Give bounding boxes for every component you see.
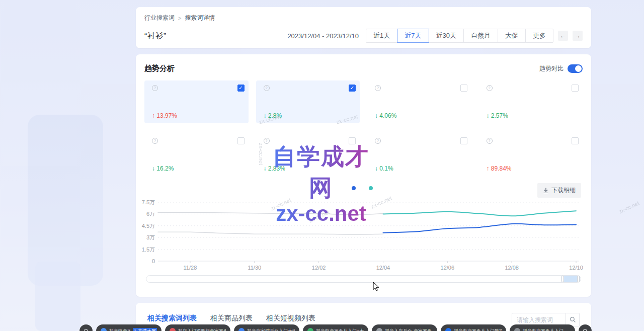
breadcrumb-separator-icon: > (178, 15, 181, 21)
series-关联商品指数(上周期) (158, 212, 383, 215)
range-button-0[interactable]: 近1天 (366, 29, 397, 43)
legend-dot (352, 186, 356, 190)
breadcrumb-parent[interactable]: 行业搜索词 (144, 14, 175, 22)
metric-card-5[interactable]: ?↓ 2.83% (256, 133, 360, 176)
taskbar-tab-2[interactable]: 抖店入门跟最新商家罗盘后台 (165, 324, 230, 331)
metric-card-4[interactable]: ?↓ 16.2% (144, 133, 249, 176)
tab-favicon (445, 328, 451, 331)
trend-compare-label: 趋势对比 (539, 64, 564, 73)
metric-card-1[interactable]: ?✓↓ 2.8% (256, 80, 360, 123)
download-label: 下载明细 (551, 186, 576, 195)
download-button[interactable]: 下载明细 (537, 183, 581, 198)
tab-title: 抖音电商罗盘从入门 (523, 328, 564, 331)
page-title-keyword: “衬衫” (144, 31, 167, 41)
info-icon[interactable]: ? (487, 85, 493, 91)
tab-favicon (101, 328, 107, 331)
metric-card-7[interactable]: ?↑ 89.84% (479, 133, 583, 176)
tab-title: 抖音电商罗盘从入门 (109, 328, 130, 331)
tab-title: 抖音入店后台-商家罗盘 (385, 328, 432, 331)
tab-favicon (307, 328, 313, 331)
info-icon[interactable]: ? (375, 138, 381, 144)
x-axis-label: 11/30 (248, 265, 261, 271)
metric-value (485, 96, 578, 107)
y-axis-label: 3万 (146, 234, 155, 240)
info-icon[interactable]: ? (487, 138, 493, 144)
taskbar-tab-5[interactable]: 抖音入店后台-商家罗盘 (372, 324, 437, 331)
tab-title: 抖音商家端后台入门大纲 (247, 328, 295, 331)
faint-watermark: zx-cc.net (618, 200, 640, 214)
trend-compare-toggle[interactable] (568, 64, 583, 73)
info-icon[interactable]: ? (152, 85, 158, 91)
metric-checkbox[interactable] (572, 85, 579, 92)
metric-checkbox[interactable] (349, 137, 356, 144)
taskbar-tab-3[interactable]: 抖音商家端后台入门大纲 (234, 324, 299, 331)
tab-favicon (170, 328, 176, 331)
metric-checkbox[interactable]: ✓ (237, 85, 245, 92)
metric-card-0[interactable]: ?✓↑ 13.97% (144, 80, 249, 123)
metric-card-6[interactable]: ?↓ 0.1% (367, 133, 471, 176)
date-range-text[interactable]: 2023/12/04 - 2023/12/10 (287, 32, 359, 40)
slider-selection[interactable] (561, 276, 580, 282)
metric-checkbox[interactable] (460, 85, 467, 92)
search-icon (570, 316, 576, 323)
range-button-5[interactable]: 更多 (525, 29, 553, 43)
y-axis-label: 6万 (146, 211, 155, 217)
tab-title: 抖音电商罗盘从入门+大纲 (316, 328, 364, 331)
prev-period-button[interactable]: ← (558, 31, 568, 41)
slider-window[interactable] (564, 276, 577, 282)
search-icon (583, 328, 588, 331)
taskbar-tab-6[interactable]: 抖音电商罗盘从入门数据 (441, 324, 506, 331)
tab-1[interactable]: 相关商品列表 (210, 314, 253, 323)
browser-tab-strip: 抖音电商罗盘从入门1-高清大屏抖店入门跟最新商家罗盘后台抖音商家端后台入门大纲抖… (79, 324, 592, 331)
tab-title-highlight: 1-高清大屏 (133, 328, 157, 331)
chart-legend (352, 186, 376, 190)
tab-favicon (238, 328, 245, 331)
info-icon[interactable]: ? (152, 138, 158, 144)
download-icon (543, 188, 549, 194)
next-period-button[interactable]: → (573, 31, 583, 41)
taskbar-tab-1[interactable]: 抖音电商罗盘从入门1-高清大屏 (96, 324, 162, 331)
y-axis-label: 4.5万 (142, 223, 155, 229)
info-icon[interactable]: ? (375, 85, 381, 91)
range-button-4[interactable]: 大促 (498, 29, 526, 43)
x-axis-label: 12/10 (569, 265, 583, 271)
taskbar-circle-button[interactable] (579, 324, 592, 331)
series-搜索人数指数 (383, 224, 577, 233)
metric-compare: ↑ 13.97% (150, 112, 243, 119)
range-button-1[interactable]: 近7天 (397, 29, 429, 43)
taskbar-tab-4[interactable]: 抖音电商罗盘从入门+大纲 (303, 324, 368, 331)
metric-value (262, 148, 355, 160)
metric-checkbox[interactable]: ✓ (349, 85, 356, 92)
legend-item-0[interactable] (352, 186, 359, 190)
metric-card-3[interactable]: ?↓ 2.57% (479, 80, 583, 123)
legend-item-1[interactable] (369, 186, 376, 190)
info-icon[interactable]: ? (264, 138, 270, 144)
metric-checkbox[interactable] (460, 137, 467, 144)
tab-2[interactable]: 相关短视频列表 (266, 314, 315, 323)
x-axis-label: 11/28 (184, 265, 197, 271)
metric-value (150, 148, 243, 160)
info-icon[interactable]: ? (264, 85, 270, 91)
date-range-button-group: 近1天近7天近30天自然月大促更多 (366, 29, 553, 43)
metric-value (262, 96, 355, 107)
metric-card-2[interactable]: ?↓ 4.06% (367, 80, 471, 123)
tab-title: 抖音电商罗盘从入门数据 (454, 328, 502, 331)
series-关联商品指数 (383, 211, 577, 216)
metric-cards-grid: ?✓↑ 13.97%?✓↓ 2.8%?↓ 4.06%?↓ 2.57%?↓ 16.… (144, 80, 583, 176)
tab-0[interactable]: 相关搜索词列表 (147, 314, 197, 323)
chart-range-slider[interactable] (146, 275, 581, 283)
taskbar-tab-7[interactable]: 抖音电商罗盘从入门 (510, 324, 575, 331)
header-card: 行业搜索词 > 搜索词详情 “衬衫” 2023/12/04 - 2023/12/… (136, 7, 591, 48)
slider-handle-right[interactable] (577, 276, 580, 282)
metric-value (150, 96, 243, 107)
metric-checkbox[interactable] (572, 137, 579, 144)
chart-svg: 7.5万6万4.5万3万1.5万011/2811/3012/0212/0412/… (136, 198, 583, 273)
background-decoration (35, 262, 80, 331)
range-button-2[interactable]: 近30天 (429, 29, 464, 43)
metric-compare: ↓ 2.83% (262, 165, 355, 172)
metric-checkbox[interactable] (237, 137, 245, 144)
taskbar-circle-button[interactable] (79, 324, 93, 331)
trend-line-chart: 7.5万6万4.5万3万1.5万011/2811/3012/0212/0412/… (136, 198, 591, 274)
range-button-3[interactable]: 自然月 (463, 29, 498, 43)
metric-compare: ↓ 2.57% (485, 112, 578, 119)
